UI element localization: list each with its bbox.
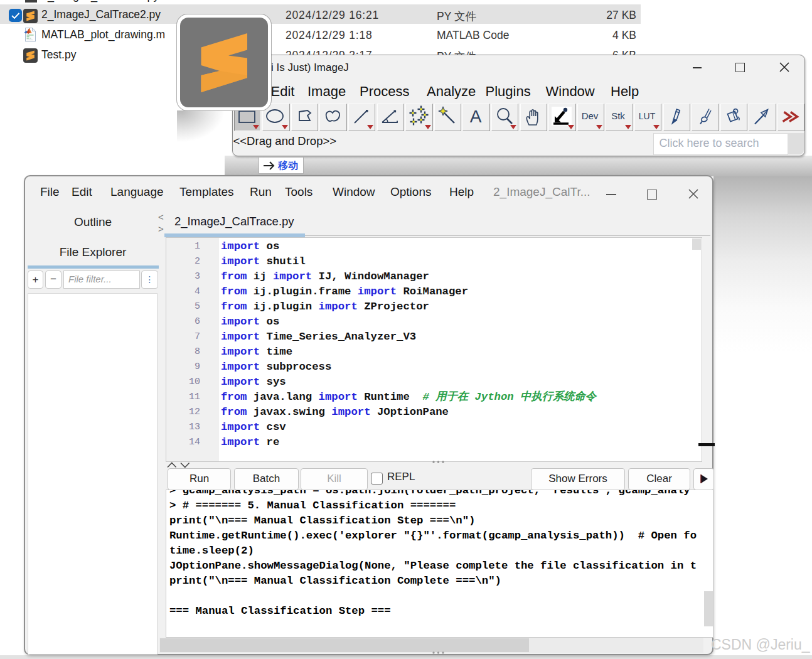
svg-text:Stk: Stk (611, 110, 625, 121)
svg-text:LUT: LUT (639, 111, 656, 121)
svg-text:Dev: Dev (581, 110, 598, 121)
svg-text:A: A (470, 107, 482, 126)
